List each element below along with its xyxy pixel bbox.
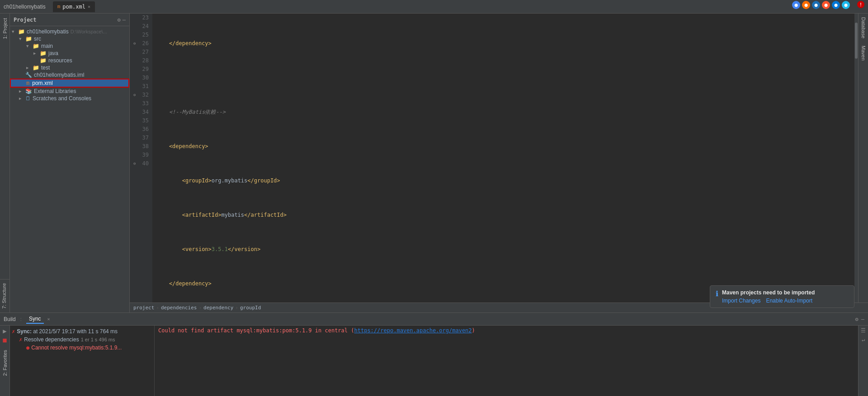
project-panel-title: Project (14, 17, 37, 23)
enable-auto-import-link[interactable]: Enable Auto-Import (766, 298, 812, 304)
code-line-29: <version>3.5.1</version> (156, 245, 851, 254)
pom-file-icon: m (26, 80, 29, 86)
tree-root[interactable]: ▼ 📁 ch01hellomybatis D:\Workspace\... (10, 28, 129, 35)
maven-tab[interactable]: Maven (859, 42, 868, 64)
panel-settings-icon[interactable]: ⚙ (118, 17, 121, 23)
panel-minimize-icon[interactable]: — (123, 17, 126, 23)
browser-icons-container: ● ● ● ● ● ● (792, 1, 850, 9)
build-label: Build (4, 316, 16, 322)
tree-main[interactable]: ▼ 📁 main (10, 42, 129, 50)
resolve-error-icon: ✗ (19, 336, 22, 343)
build-tree: ✗ Sync: at 2021/5/7 19:17 with 11 s 764 … (10, 326, 155, 396)
ie-icon[interactable]: ● (842, 1, 850, 9)
panel-header-icons: ⚙ — (118, 17, 126, 23)
line-27: 27 (133, 48, 149, 56)
iml-label: ch01hellomybatis.iml (34, 72, 84, 78)
project-panel-header: Project ⚙ — (10, 14, 129, 26)
sync-time: at 2021/5/7 19:17 (33, 328, 75, 335)
tree-test[interactable]: ▶ 📁 test (10, 64, 129, 71)
fold-26[interactable]: ⊖ (133, 39, 136, 48)
pom-xml-tab[interactable]: m pom.xml ✕ (53, 1, 95, 12)
line-24: 24 (133, 22, 149, 31)
xml-tab-icon: m (57, 4, 61, 9)
line-36: 36 (133, 125, 149, 134)
sync-tab-close[interactable]: ✕ (47, 317, 50, 321)
sync-tab[interactable]: Sync (26, 315, 44, 324)
src-folder-icon: 📁 (25, 36, 32, 42)
scratches-label: Scratches and Consoles (33, 95, 91, 102)
code-editor[interactable]: </dependency> <!--MyBatis依赖--> <dependen… (152, 14, 854, 303)
cannot-resolve-item[interactable]: ● Cannot resolve mysql:mybatis:5.1.9... (10, 344, 154, 352)
resolve-label: Resolve dependencies (24, 336, 79, 343)
scratch-arrow: ▶ (19, 96, 25, 101)
tab-close-icon[interactable]: ✕ (88, 4, 90, 9)
notif-title: Maven projects need to be imported (722, 289, 849, 296)
sync-item[interactable]: ✗ Sync: at 2021/5/7 19:17 with 11 s 764 … (10, 327, 154, 335)
line-26: ⊖26 (133, 39, 149, 48)
build-run-icon[interactable]: ▶ (3, 327, 6, 335)
code-line-25: <!--MyBatis依赖--> (156, 108, 851, 116)
code-26: <dependency> (156, 142, 208, 151)
build-panel: Build : Sync ✕ ⚙ — ▶ ■ 2: Favorites ✗ Sy (0, 312, 868, 396)
line-34: 34 (133, 108, 149, 116)
tree-pom-xml[interactable]: ▶ m pom.xml (10, 79, 129, 88)
project-panel-toggle[interactable]: 1: Project (1, 15, 9, 42)
resolve-item[interactable]: ✗ Resolve dependencies 1 er 1 s 496 ms (10, 335, 154, 344)
ext-libs-label: External Libraries (34, 88, 76, 94)
tree-ext-libs[interactable]: ▶ 📚 External Libraries (10, 88, 129, 95)
scratch-icon: 🗒 (25, 95, 31, 102)
java-folder-icon: 📁 (40, 50, 47, 56)
structure-tab[interactable]: 7: Structure (0, 281, 8, 311)
line-39: 39 (133, 151, 149, 159)
line-38: 38 (133, 142, 149, 151)
build-settings-icon[interactable]: ⚙ (855, 316, 859, 322)
code-line-28: <artifactId>mybatis</artifactId> (156, 211, 851, 219)
main-folder-icon: 📁 (33, 43, 39, 49)
code-28: <artifactId>mybatis</artifactId> (156, 211, 287, 219)
database-tab[interactable]: Database (859, 14, 868, 42)
java-arrow: ▶ (33, 51, 40, 56)
error-badge: ! (857, 1, 864, 8)
build-stop-icon[interactable]: ■ (3, 336, 6, 344)
code-30: </dependency> (156, 280, 212, 288)
error-url-link[interactable]: https://repo.maven.apache.org/maven2 (354, 327, 472, 334)
tree-src[interactable]: ▼ 📁 src (10, 35, 129, 42)
editor-content: 23 24 25 ⊖26 27 28 29 30 31 ⊖32 33 34 (130, 14, 868, 303)
resources-label: resources (48, 57, 72, 64)
editor-scrollbar[interactable] (854, 14, 858, 303)
src-label: src (34, 36, 41, 42)
build-wrap-icon[interactable]: ↵ (862, 336, 865, 343)
ext-lib-icon: 📚 (25, 88, 32, 94)
build-panel-header: Build : Sync ✕ ⚙ — (0, 313, 868, 326)
edge-icon[interactable]: ● (832, 1, 840, 9)
import-changes-link[interactable]: Import Changes (722, 298, 760, 304)
cannot-resolve-error-icon: ● (26, 345, 29, 351)
java-label: java (48, 50, 58, 56)
fold-40[interactable]: ⊖ (133, 159, 136, 168)
opera-icon[interactable]: ● (812, 1, 820, 9)
build-minimize-icon[interactable]: — (861, 316, 864, 322)
line-29: 29 (133, 65, 149, 74)
tree-scratches[interactable]: ▶ 🗒 Scratches and Consoles (10, 95, 129, 102)
notif-info-icon: ℹ (716, 289, 718, 298)
breadcrumb-groupid[interactable]: groupId (240, 305, 261, 311)
tree-resources[interactable]: ▶ 📁 resources (10, 57, 129, 64)
chrome-icon[interactable]: ● (792, 1, 800, 9)
root-path: D:\Workspace\... (71, 29, 107, 34)
resolve-detail: 1 er 1 s 496 ms (81, 337, 115, 342)
brave-icon[interactable]: ● (822, 1, 830, 9)
tree-java[interactable]: ▶ 📁 java (10, 50, 129, 57)
tree-iml[interactable]: ▶ 🔧 ch01hellomybatis.iml (10, 71, 129, 79)
line-33: 33 (133, 99, 149, 108)
firefox-icon[interactable]: ● (802, 1, 810, 9)
fold-32[interactable]: ⊖ (133, 91, 136, 99)
code-23: </dependency> (156, 39, 212, 48)
build-filter-icon[interactable]: ☰ (861, 327, 866, 334)
line-numbers: 23 24 25 ⊖26 27 28 29 30 31 ⊖32 33 34 (130, 14, 152, 303)
breadcrumb-sep-2: › (198, 305, 202, 311)
favorites-tab[interactable]: 2: Favorites (2, 350, 8, 376)
breadcrumb-project[interactable]: project (133, 305, 154, 311)
breadcrumb-dependencies[interactable]: dependencies (161, 305, 197, 311)
scrollbar-thumb[interactable] (855, 23, 858, 59)
breadcrumb-dependency[interactable]: dependency (203, 305, 233, 311)
